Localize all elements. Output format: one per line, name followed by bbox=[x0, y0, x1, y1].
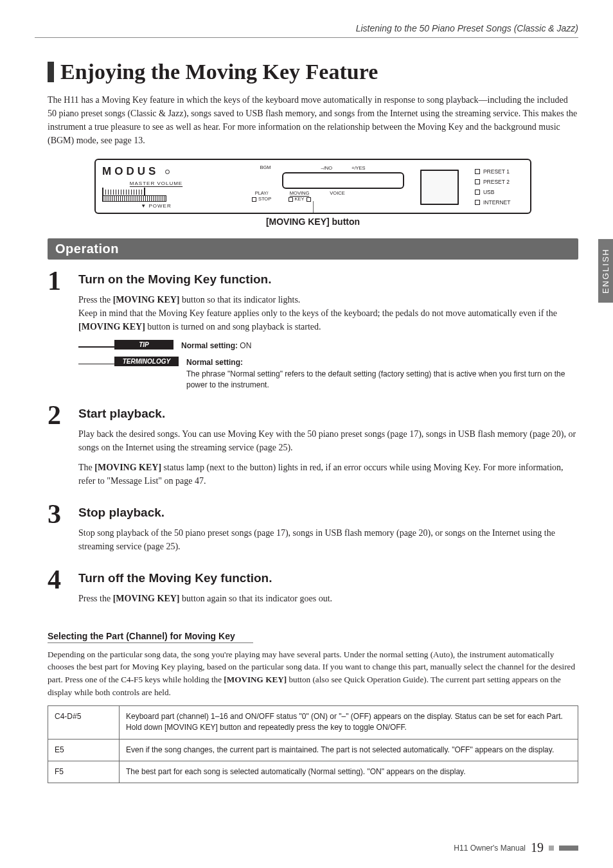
step-title: Start playback. bbox=[78, 407, 578, 421]
step-text: The [MOVING KEY] status lamp (next to th… bbox=[78, 461, 578, 488]
footer-marker-icon bbox=[549, 846, 554, 851]
key-mapping-table: C4-D#5 Keyboard part (channel) 1–16 and … bbox=[48, 705, 578, 784]
stop-label: STOP bbox=[258, 196, 271, 202]
table-row: C4-D#5 Keyboard part (channel) 1–16 and … bbox=[48, 705, 578, 739]
footer-marker-icon bbox=[559, 846, 578, 851]
brand-label: MODUS bbox=[102, 165, 159, 178]
moving-key-callout: [MOVING KEY] button bbox=[48, 217, 578, 227]
step-text: Press the [MOVING KEY] button again so t… bbox=[78, 592, 578, 605]
lcd-screen-icon bbox=[420, 170, 459, 205]
step-3: 3 Stop playback. Stop song playback of t… bbox=[48, 502, 578, 560]
step-text: Stop song playback of the 50 piano prese… bbox=[78, 526, 578, 553]
step-number: 3 bbox=[48, 500, 67, 560]
master-volume-label: MASTER VOLUME bbox=[102, 181, 210, 186]
key-desc-cell: The best part for each song is selected … bbox=[120, 761, 578, 783]
usb-label: USB bbox=[483, 189, 494, 195]
power-led-icon bbox=[165, 170, 170, 174]
moving-label: MOVING bbox=[290, 190, 309, 196]
operation-heading: Operation bbox=[48, 238, 578, 260]
terminology-body: The phrase "Normal setting" refers to th… bbox=[186, 369, 565, 389]
page-title-text: Enjoying the Moving Key Feature bbox=[60, 60, 378, 84]
key-range-cell: F5 bbox=[48, 761, 120, 783]
table-row: F5 The best part for each song is select… bbox=[48, 761, 578, 783]
yes-label: +/YES bbox=[351, 165, 365, 171]
source-select-column: PRESET 1 PRESET 2 USB INTERNET bbox=[475, 165, 524, 209]
step-title: Turn on the Moving Key function. bbox=[78, 272, 578, 287]
step-number: 2 bbox=[48, 402, 67, 494]
step-title: Turn off the Moving Key function. bbox=[78, 571, 578, 585]
terminology-row: TERMINOLOGY Normal setting: The phrase "… bbox=[78, 357, 578, 391]
preset2-checkbox-icon bbox=[475, 179, 480, 184]
table-row: E5 Even if the song changes, the current… bbox=[48, 739, 578, 761]
tip-tag: TIP bbox=[114, 340, 173, 350]
preset1-checkbox-icon bbox=[475, 169, 480, 174]
moving-key-button-icon bbox=[289, 197, 293, 202]
tip-row: TIP Normal setting: ON bbox=[78, 340, 578, 351]
step-number: 1 bbox=[48, 267, 67, 395]
volume-slider bbox=[102, 195, 166, 202]
step-title: Stop playback. bbox=[78, 506, 578, 520]
subsection-heading: Selecting the Part (Channel) for Moving … bbox=[48, 631, 253, 643]
preset1-label: PRESET 1 bbox=[483, 168, 510, 175]
internet-checkbox-icon bbox=[475, 200, 480, 205]
key-label: KEY bbox=[295, 196, 305, 202]
language-side-tab: ENGLISH bbox=[598, 239, 613, 303]
step-1: 1 Turn on the Moving Key function. Press… bbox=[48, 269, 578, 395]
key-desc-cell: Keyboard part (channel) 1–16 and ON/OFF … bbox=[120, 705, 578, 739]
step-2: 2 Start playback. Play back the desired … bbox=[48, 403, 578, 494]
callout-line-icon bbox=[313, 201, 314, 213]
page-footer: H11 Owner's Manual 19 bbox=[454, 840, 578, 855]
play-label: PLAY/ bbox=[255, 190, 269, 196]
bgm-label: BGM bbox=[260, 165, 271, 175]
internet-label: INTERNET bbox=[483, 199, 511, 206]
step-number: 4 bbox=[48, 566, 67, 612]
voice-label: VOICE bbox=[330, 190, 344, 196]
step-text: Play back the desired songs. You can use… bbox=[78, 427, 578, 454]
power-label: ▼ POWER bbox=[102, 203, 210, 209]
page-title: Enjoying the Moving Key Feature bbox=[48, 60, 578, 84]
terminology-tag: TERMINOLOGY bbox=[114, 357, 179, 366]
no-label: –/NO bbox=[321, 165, 333, 171]
step-text: Press the [MOVING KEY] button so that it… bbox=[78, 293, 578, 333]
key-range-cell: E5 bbox=[48, 739, 120, 761]
play-stop-button-icon bbox=[252, 197, 256, 202]
usb-checkbox-icon bbox=[475, 190, 480, 195]
key-desc-cell: Even if the song changes, the current pa… bbox=[120, 739, 578, 761]
page-number: 19 bbox=[531, 840, 544, 855]
manual-name: H11 Owner's Manual bbox=[454, 844, 526, 853]
step-4: 4 Turn off the Moving Key function. Pres… bbox=[48, 567, 578, 612]
key-range-cell: C4-D#5 bbox=[48, 705, 120, 739]
moving-key-led-icon bbox=[306, 197, 311, 202]
title-bar-icon bbox=[48, 62, 54, 82]
breadcrumb: Listening to the 50 Piano Preset Songs (… bbox=[35, 23, 578, 38]
intro-paragraph: The H11 has a Moving Key feature in whic… bbox=[48, 93, 578, 147]
subsection-paragraph: Depending on the particular song data, t… bbox=[48, 648, 578, 699]
display-screen-icon bbox=[282, 172, 404, 189]
preset2-label: PRESET 2 bbox=[483, 179, 510, 185]
